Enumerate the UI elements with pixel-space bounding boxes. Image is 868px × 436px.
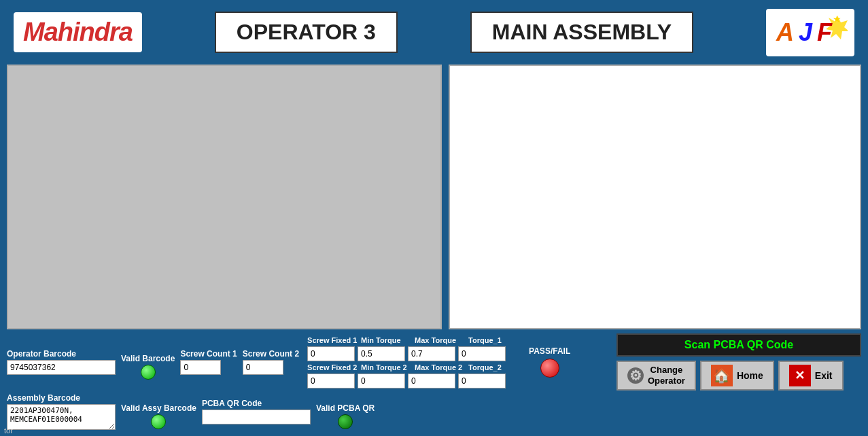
scan-pcba-button[interactable]: Scan PCBA QR Code (617, 333, 861, 357)
screw-count-1-input[interactable] (180, 360, 221, 375)
max-torque-1-label: Max Torque (415, 336, 466, 344)
torque-2-input[interactable] (458, 374, 506, 388)
screw-count-2-label: Screw Count 2 (243, 349, 299, 359)
valid-barcode-group: Valid Barcode (121, 354, 175, 380)
exit-button[interactable]: ✕ Exit (778, 361, 844, 390)
gear-icon: ⚙ (627, 367, 644, 384)
home-button[interactable]: 🏠 Home (700, 361, 774, 390)
valid-assy-barcode-indicator (151, 414, 166, 429)
controls-row2: Assembly Barcode 2201AP300470N, MEMCEAF0… (7, 393, 861, 430)
pcba-qr-group: PCBA QR Code (202, 399, 311, 424)
torque-1-label: Torque_1 (468, 336, 519, 344)
screw-fixed-1-input[interactable] (307, 346, 355, 361)
screw-fixed-2-input[interactable] (307, 374, 355, 388)
valid-barcode-label: Valid Barcode (121, 354, 175, 363)
valid-assy-barcode-group: Valid Assy Barcode (121, 403, 196, 429)
torque-row-1-inputs (307, 346, 519, 361)
torque-row-2-inputs (307, 374, 519, 388)
assembly-barcode-group: Assembly Barcode 2201AP300470N, MEMCEAF0… (7, 393, 116, 430)
bottom-controls: Operator Barcode Valid Barcode Screw Cou… (0, 329, 868, 430)
screw-count-1-label: Screw Count 1 (180, 349, 237, 359)
action-buttons: ⚙ ChangeOperator 🏠 Home ✕ Exit (617, 361, 861, 390)
assembly-barcode-label: Assembly Barcode (7, 393, 116, 403)
main-content (0, 65, 868, 329)
camera-right (449, 65, 861, 329)
svg-text:J: J (799, 18, 813, 46)
right-buttons: Scan PCBA QR Code ⚙ ChangeOperator 🏠 Hom… (617, 333, 861, 390)
ajf-logo: A J F ★ (766, 9, 854, 56)
min-torque-1-label: Min Torque (361, 336, 412, 344)
torque-1-input[interactable] (458, 346, 506, 361)
assembly-barcode-input[interactable]: 2201AP300470N, MEMCEAF01E000004 (7, 404, 116, 430)
valid-pcba-qr-label: Valid PCBA QR (316, 403, 375, 413)
svg-text:A: A (776, 18, 794, 46)
min-torque-2-input[interactable] (358, 374, 405, 388)
svg-text:★: ★ (833, 14, 841, 24)
exit-label: Exit (815, 370, 833, 381)
screw-count-2-input[interactable] (243, 360, 283, 375)
camera-left (7, 65, 442, 329)
change-operator-label: ChangeOperator (648, 365, 685, 386)
bottom-status: tor (4, 426, 13, 435)
torque-section: Screw Fixed 1 Min Torque Max Torque Torq… (307, 336, 519, 388)
screw-fixed-1-label: Screw Fixed 1 (307, 336, 358, 344)
screw-count-1-group: Screw Count 1 (180, 349, 237, 375)
operator-barcode-input[interactable] (7, 360, 116, 375)
change-operator-button[interactable]: ⚙ ChangeOperator (617, 361, 696, 390)
home-label: Home (737, 370, 763, 381)
max-torque-2-input[interactable] (408, 374, 455, 388)
torque-row-2: Screw Fixed 2 Min Torque 2 Max Torque 2 … (307, 363, 519, 371)
controls-row1: Operator Barcode Valid Barcode Screw Cou… (7, 333, 861, 390)
valid-pcba-qr-indicator (338, 414, 353, 429)
exit-icon: ✕ (789, 365, 811, 386)
pcba-qr-input[interactable] (202, 410, 311, 424)
valid-pcba-qr-group: Valid PCBA QR (316, 403, 375, 429)
home-icon: 🏠 (711, 365, 733, 386)
operator-title: OPERATOR 3 (215, 12, 398, 53)
mahindra-logo: Mahindra (14, 12, 142, 52)
valid-assy-barcode-label: Valid Assy Barcode (121, 403, 196, 413)
assembly-title: MAIN ASSEMBLY (470, 12, 693, 53)
ajf-logo-svg: A J F ★ (773, 12, 848, 50)
min-torque-2-label: Min Torque 2 (361, 363, 412, 371)
operator-barcode-label: Operator Barcode (7, 349, 116, 359)
operator-barcode-group: Operator Barcode (7, 349, 116, 375)
pass-fail-label: PASS/FAIL (529, 346, 570, 356)
max-torque-2-label: Max Torque 2 (415, 363, 466, 371)
svg-text:F: F (817, 18, 833, 46)
screw-count-2-group: Screw Count 2 (243, 349, 299, 375)
torque-2-label: Torque_2 (468, 363, 519, 371)
valid-barcode-indicator (141, 365, 156, 380)
mahindra-logo-text: Mahindra (23, 18, 133, 46)
pass-fail-indicator (540, 359, 559, 378)
screw-fixed-2-label: Screw Fixed 2 (307, 363, 358, 371)
min-torque-1-input[interactable] (358, 346, 405, 361)
max-torque-1-input[interactable] (408, 346, 455, 361)
header: Mahindra OPERATOR 3 MAIN ASSEMBLY A J F … (0, 0, 868, 65)
pcba-qr-label: PCBA QR Code (202, 399, 311, 408)
torque-row-1: Screw Fixed 1 Min Torque Max Torque Torq… (307, 336, 519, 344)
